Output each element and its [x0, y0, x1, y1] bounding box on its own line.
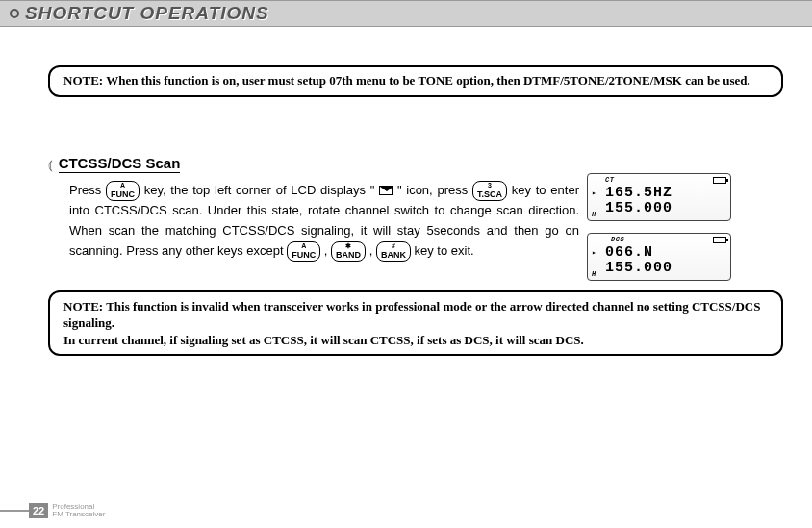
battery-icon [713, 177, 726, 184]
lcd2-tag: DCS [611, 236, 624, 243]
key-band: ✱BAND [331, 241, 366, 262]
footer-text: Professional FM Transceiver [52, 503, 105, 518]
lcd1-line2: 155.000 [605, 200, 672, 216]
comma1: , [324, 243, 331, 258]
bullet-icon [10, 9, 19, 18]
h-label: H [592, 211, 596, 218]
lcd-display-2: DCS ▸ 066.N 155.000 H [587, 233, 731, 281]
body-p3: " icon, press [397, 183, 472, 197]
arrow-icon: ▸ [592, 189, 596, 197]
header-title: SHORTCUT OPERATIONS [25, 3, 269, 24]
note1-text: When this function is on, user must setu… [106, 73, 750, 88]
comma2: , [369, 243, 376, 258]
note-box-1: NOTE: When this function is on, user mus… [48, 65, 783, 97]
footer-line2: FM Transceiver [52, 510, 105, 518]
lcd2-line1: 066.N [605, 244, 653, 261]
key-bank: #BANK [376, 241, 411, 262]
header-bar: SHORTCUT OPERATIONS [0, 0, 812, 27]
envelope-icon [379, 186, 393, 195]
footer: 22 Professional FM Transceiver [0, 503, 105, 518]
key-tsca: 3T.SCA [472, 181, 507, 201]
section-title: CTCSS/DCS Scan [59, 155, 181, 173]
signal-icon: ⦅ [48, 157, 53, 173]
lcd1-tag: CT [605, 176, 614, 184]
key-func-1: AFUNC [106, 181, 140, 201]
note1-prefix: NOTE: [63, 73, 106, 88]
note2-line1: NOTE: This function is invalid when tran… [63, 298, 768, 332]
note2-line2: In current channel, if signaling set as … [63, 332, 768, 349]
battery-icon [713, 237, 726, 243]
footer-rule [0, 510, 29, 512]
note-box-2: NOTE: This function is invalid when tran… [48, 290, 783, 357]
body-p2: key, the top left corner of LCD displays… [144, 183, 379, 197]
body-p1: Press [69, 183, 106, 197]
section-body: Press AFUNC key, the top left corner of … [69, 181, 579, 262]
lcd2-line2: 155.000 [605, 260, 672, 276]
body-p5: key to exit. [415, 243, 474, 258]
lcd-display-1: CT ▸ 165.5HZ 155.000 H [587, 173, 731, 221]
lcd1-line1: 165.5HZ [605, 185, 672, 201]
key-func-2: AFUNC [287, 241, 320, 262]
h-label: H [592, 270, 596, 278]
page-number: 22 [29, 503, 48, 518]
lcd-stack: CT ▸ 165.5HZ 155.000 H DCS ▸ 066.N 155.0… [587, 173, 731, 281]
arrow-icon: ▸ [592, 248, 596, 257]
